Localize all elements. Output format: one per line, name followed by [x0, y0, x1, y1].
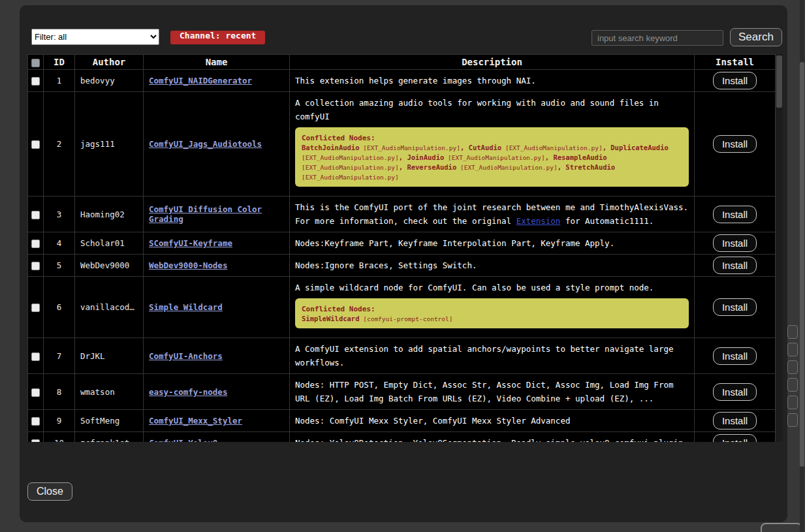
conflict-node-name: ReverseAudio	[407, 163, 456, 171]
conflict-title: Conflicted Nodes:	[302, 134, 375, 142]
conflict-warning: Conflicted Nodes:BatchJoinAudio [EXT_Aud…	[295, 127, 689, 187]
conflict-separator: ,	[603, 144, 611, 151]
filter-select[interactable]: Filter: all	[31, 29, 159, 45]
row-description: Nodes: HTTP POST, Empty Dict, Assoc Str,…	[290, 374, 695, 410]
select-all-header-cell	[28, 55, 44, 70]
node-name-link[interactable]: ComfyUI Yolov8	[149, 438, 217, 442]
install-button[interactable]: Install	[713, 206, 757, 223]
background-menu-fragment	[787, 343, 798, 356]
conflict-node-source: [EXT_AudioManipulation.py]	[456, 164, 557, 171]
row-id: 7	[44, 338, 75, 374]
install-button[interactable]: Install	[713, 412, 757, 430]
background-menu-fragments	[787, 325, 798, 431]
row-name-cell: easy-comfy-nodes	[144, 374, 290, 410]
description-text: This extension helps generate images thr…	[295, 74, 689, 87]
background-menu-fragment	[787, 413, 798, 427]
header-description: Description	[290, 55, 695, 70]
row-name-cell: ComfyUI-Anchors	[144, 338, 290, 374]
row-install-cell: Install	[695, 374, 776, 410]
description-text: A simple wildcard node for ComfyUI. Can …	[295, 281, 689, 294]
row-select-cell	[28, 196, 44, 232]
background-menu-fragment	[787, 396, 798, 409]
row-name-cell: SComfyUI-Keyframe	[144, 232, 290, 255]
conflict-node-source: [EXT_AudioManipulation.py]	[302, 174, 399, 181]
table-row: 2jags111ComfyUI_Jags_AudiotoolsA collect…	[28, 92, 776, 196]
row-install-cell: Install	[695, 338, 776, 374]
table-row: 7DrJKLComfyUI-AnchorsA ComfyUI extension…	[28, 338, 776, 374]
header-author: Author	[75, 55, 144, 70]
table-scrollbar-thumb[interactable]	[776, 55, 782, 108]
row-install-cell: Install	[695, 92, 776, 196]
node-name-link[interactable]: ComfyUI_NAIDGenerator	[149, 76, 252, 86]
node-name-link[interactable]: SComfyUI-Keyframe	[149, 238, 232, 248]
row-select-cell	[28, 432, 44, 443]
install-button[interactable]: Install	[713, 383, 757, 401]
close-button[interactable]: Close	[27, 482, 72, 501]
row-checkbox[interactable]	[31, 352, 40, 361]
row-checkbox[interactable]	[31, 77, 40, 86]
node-name-link[interactable]: ComfyUI_Mexx_Styler	[149, 416, 242, 426]
conflict-node-name: StretchAudio	[565, 163, 615, 171]
table-row: 4Scholar01SComfyUI-KeyframeNodes:Keyfram…	[28, 232, 776, 255]
row-checkbox[interactable]	[31, 439, 40, 442]
background-menu-fragment	[787, 325, 798, 339]
conflict-node-source: [EXT_AudioManipulation.py]	[501, 144, 602, 151]
install-button[interactable]: Install	[713, 347, 757, 365]
row-id: 2	[44, 92, 75, 196]
row-description: This extension helps generate images thr…	[290, 70, 695, 92]
row-checkbox[interactable]	[31, 211, 40, 219]
table-scrollbar[interactable]	[775, 54, 783, 442]
table-scroll-area: ID Author Name Description Install 1bedo…	[27, 54, 775, 442]
conflict-separator: ,	[399, 163, 407, 171]
install-button[interactable]: Install	[713, 135, 757, 153]
conflict-warning: Conflicted Nodes:SimpleWildcard [comfyui…	[295, 298, 689, 328]
header-id: ID	[44, 55, 75, 70]
row-author: SoftMeng	[75, 410, 144, 432]
row-name-cell: ComfyUI Diffusion Color Grading	[144, 196, 290, 232]
row-name-cell: Simple Wildcard	[144, 277, 290, 338]
node-name-link[interactable]: WebDev9000-Nodes	[149, 260, 227, 270]
select-all-checkbox[interactable]	[31, 59, 40, 67]
search-input[interactable]	[592, 30, 723, 46]
install-button[interactable]: Install	[713, 234, 757, 252]
row-id: 9	[44, 410, 75, 432]
install-custom-nodes-dialog: Filter: all Channel: recent Search ID Au…	[20, 5, 787, 522]
row-checkbox[interactable]	[31, 140, 40, 149]
node-name-link[interactable]: ComfyUI-Anchors	[149, 351, 223, 361]
node-name-link[interactable]: easy-comfy-nodes	[149, 387, 227, 397]
description-text: Nodes: ComfyUI Mexx Styler, ComfyUI Mexx…	[295, 414, 689, 428]
install-button[interactable]: Install	[713, 434, 757, 442]
table-row: 3Haoming02ComfyUI Diffusion Color Gradin…	[28, 196, 776, 232]
background-button-fragment	[761, 523, 802, 532]
row-author: wmatson	[75, 374, 144, 410]
description-link[interactable]: Extension	[516, 216, 561, 226]
table-row: 6vanillacode314Simple WildcardA simple w…	[28, 277, 776, 338]
row-author: vanillacode314	[75, 277, 144, 338]
table-body: 1bedovyyComfyUI_NAIDGeneratorThis extens…	[28, 70, 776, 443]
row-checkbox[interactable]	[31, 304, 40, 312]
node-name-link[interactable]: Simple Wildcard	[149, 302, 223, 312]
row-author: bedovyy	[75, 70, 144, 92]
row-author: Scholar01	[75, 232, 144, 255]
search-button[interactable]: Search	[730, 28, 782, 46]
conflict-node-name: JoinAudio	[407, 153, 444, 161]
row-checkbox[interactable]	[31, 262, 40, 270]
page-scrollbar-thumb[interactable]	[800, 62, 804, 467]
background-menu-fragment	[787, 360, 798, 374]
row-checkbox[interactable]	[31, 240, 40, 248]
row-select-cell	[28, 70, 44, 92]
row-description: This is the ComfyUI port of the joint re…	[290, 196, 695, 232]
node-name-link[interactable]: ComfyUI Diffusion Color Grading	[149, 204, 262, 224]
row-id: 10	[44, 432, 75, 443]
description-text: This is the ComfyUI port of the joint re…	[295, 200, 689, 228]
install-button[interactable]: Install	[713, 298, 757, 316]
row-name-cell: ComfyUI_Jags_Audiotools	[144, 92, 290, 196]
row-checkbox[interactable]	[31, 388, 40, 397]
install-button[interactable]: Install	[713, 257, 757, 274]
row-name-cell: WebDev9000-Nodes	[144, 255, 290, 277]
row-checkbox[interactable]	[31, 417, 40, 426]
node-name-link[interactable]: ComfyUI_Jags_Audiotools	[149, 139, 262, 149]
install-button[interactable]: Install	[713, 72, 757, 89]
row-description: A simple wildcard node for ComfyUI. Can …	[290, 277, 695, 338]
page-scrollbar[interactable]	[800, 0, 804, 532]
